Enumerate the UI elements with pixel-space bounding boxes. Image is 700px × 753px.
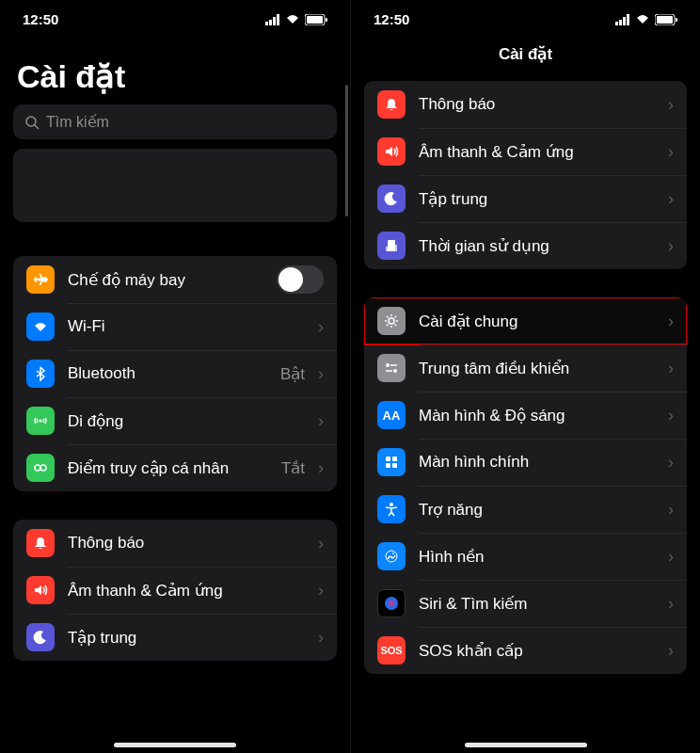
phone-left: 12:50 Cài đặt Tìm kiếm Chế độ máy bayWi-… xyxy=(0,0,350,753)
row-label: Tập trung xyxy=(419,189,655,209)
search-input[interactable]: Tìm kiếm xyxy=(13,104,337,139)
search-placeholder: Tìm kiếm xyxy=(46,113,109,131)
wifi-icon xyxy=(26,312,55,341)
settings-group-notifications: Thông báo›Âm thanh & Cảm ứng›Tập trung›T… xyxy=(364,81,687,269)
svg-rect-29 xyxy=(386,463,390,468)
wifi-status-icon xyxy=(635,12,650,27)
sounds-icon xyxy=(377,137,406,166)
hotspot-icon xyxy=(26,454,55,482)
row-label: Cài đặt chung xyxy=(419,312,655,331)
svg-rect-18 xyxy=(676,18,677,22)
settings-row-general[interactable]: Cài đặt chung› xyxy=(364,297,687,344)
page-title: Cài đặt xyxy=(351,35,700,81)
status-bar: 12:50 xyxy=(351,0,700,35)
signal-icon xyxy=(615,12,630,27)
svg-point-11 xyxy=(40,465,46,471)
row-label: Trợ năng xyxy=(419,500,655,520)
svg-rect-0 xyxy=(265,22,268,25)
battery-icon xyxy=(305,14,327,25)
settings-row-sounds[interactable]: Âm thanh & Cảm ứng› xyxy=(13,567,337,614)
svg-rect-14 xyxy=(623,17,626,25)
status-time: 12:50 xyxy=(23,11,58,27)
settings-row-control-center[interactable]: Trung tâm điều khiển› xyxy=(364,344,687,392)
settings-row-bluetooth[interactable]: BluetoothBật› xyxy=(13,350,337,397)
row-label: Thông báo xyxy=(419,95,655,114)
screentime-icon xyxy=(377,232,406,260)
settings-row-notifications[interactable]: Thông báo› xyxy=(13,520,337,567)
chevron-right-icon: › xyxy=(668,142,674,162)
row-label: Tập trung xyxy=(68,628,305,648)
focus-icon xyxy=(26,623,55,651)
settings-group-notifications: Thông báo›Âm thanh & Cảm ứng›Tập trung› xyxy=(13,520,337,661)
settings-row-focus[interactable]: Tập trung› xyxy=(364,175,687,222)
settings-row-sounds[interactable]: Âm thanh & Cảm ứng› xyxy=(364,128,687,175)
row-detail: Bật xyxy=(280,364,305,384)
chevron-right-icon: › xyxy=(318,411,324,431)
svg-rect-5 xyxy=(307,16,323,24)
siri-icon xyxy=(377,589,406,617)
settings-row-siri[interactable]: Siri & Tìm kiếm› xyxy=(364,580,687,627)
settings-row-cellular[interactable]: Di động› xyxy=(13,397,337,444)
chevron-right-icon: › xyxy=(318,458,324,478)
scrollbar[interactable] xyxy=(345,85,348,216)
row-label: Màn hình & Độ sáng xyxy=(419,406,655,425)
settings-row-sos[interactable]: SOSSOS khẩn cấp› xyxy=(364,627,687,674)
svg-point-7 xyxy=(26,117,36,126)
row-label: Thông báo xyxy=(68,534,305,553)
chevron-right-icon: › xyxy=(668,95,674,115)
svg-rect-27 xyxy=(386,457,390,461)
page-title: Cài đặt xyxy=(0,35,350,104)
row-label: Wi-Fi xyxy=(68,317,305,336)
settings-row-wallpaper[interactable]: Hình nền› xyxy=(364,533,687,580)
home-indicator[interactable] xyxy=(114,743,236,747)
profile-card[interactable] xyxy=(13,149,337,222)
svg-rect-21 xyxy=(394,245,397,251)
settings-row-hotspot[interactable]: Điểm truy cập cá nhânTắt› xyxy=(13,444,337,491)
settings-row-accessibility[interactable]: Trợ năng› xyxy=(364,486,687,533)
general-icon xyxy=(377,307,406,335)
focus-icon xyxy=(377,184,406,213)
chevron-right-icon: › xyxy=(668,453,674,473)
chevron-right-icon: › xyxy=(668,312,674,331)
svg-point-9 xyxy=(40,420,42,423)
chevron-right-icon: › xyxy=(668,406,674,425)
settings-row-screentime[interactable]: Thời gian sử dụng› xyxy=(364,222,687,269)
svg-point-10 xyxy=(35,465,40,471)
chevron-right-icon: › xyxy=(668,547,674,567)
svg-point-33 xyxy=(392,553,394,554)
toggle-switch[interactable] xyxy=(277,265,324,294)
row-label: Âm thanh & Cảm ứng xyxy=(68,581,305,601)
sos-icon: SOS xyxy=(377,636,406,665)
settings-group-connectivity: Chế độ máy bayWi-Fi›BluetoothBật›Di động… xyxy=(13,256,337,491)
row-label: Màn hình chính xyxy=(419,453,655,472)
chevron-right-icon: › xyxy=(318,534,324,553)
signal-icon xyxy=(265,12,280,27)
control-center-icon xyxy=(377,354,406,382)
svg-point-34 xyxy=(385,597,398,610)
row-label: Trung tâm điều khiển xyxy=(419,359,655,378)
settings-row-display[interactable]: AAMàn hình & Độ sáng› xyxy=(364,392,687,439)
phone-right: 12:50 Cài đặt Thông báo›Âm thanh & Cảm ứ… xyxy=(350,0,700,753)
home-indicator[interactable] xyxy=(465,743,587,747)
settings-row-airplane[interactable]: Chế độ máy bay xyxy=(13,256,337,303)
settings-row-focus[interactable]: Tập trung› xyxy=(13,614,337,661)
settings-row-wifi[interactable]: Wi-Fi› xyxy=(13,303,337,350)
bluetooth-icon xyxy=(26,360,55,388)
svg-rect-30 xyxy=(392,463,397,468)
svg-rect-19 xyxy=(388,240,395,251)
svg-point-31 xyxy=(390,503,393,506)
notifications-icon xyxy=(377,90,406,119)
wifi-status-icon xyxy=(285,12,300,27)
status-icons xyxy=(615,12,677,27)
chevron-right-icon: › xyxy=(668,359,674,378)
chevron-right-icon: › xyxy=(668,641,674,661)
svg-point-22 xyxy=(389,318,394,324)
accessibility-icon xyxy=(377,495,406,523)
row-label: Hình nền xyxy=(419,547,655,567)
row-detail: Tắt xyxy=(281,458,305,478)
settings-row-notifications[interactable]: Thông báo› xyxy=(364,81,687,128)
svg-rect-1 xyxy=(269,20,272,25)
row-label: Di động xyxy=(68,411,305,431)
settings-row-homescreen[interactable]: Màn hình chính› xyxy=(364,439,687,486)
status-icons xyxy=(265,12,327,27)
